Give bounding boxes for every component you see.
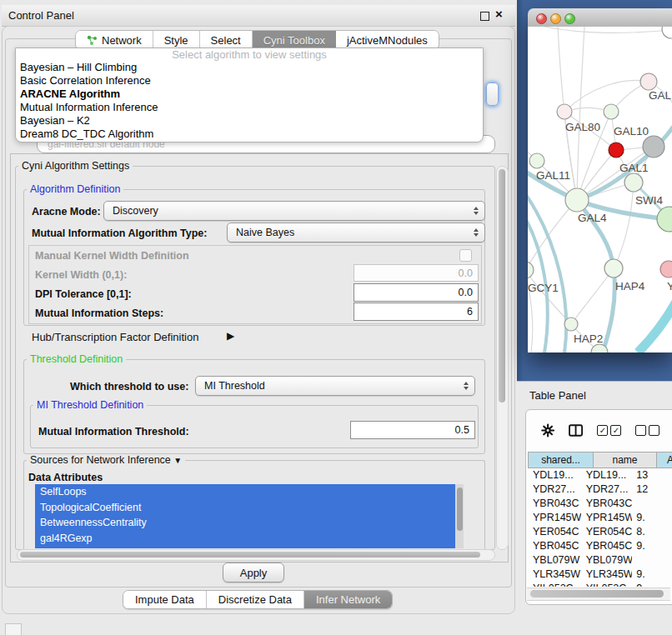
control-panel-title: Control Panel — [8, 9, 74, 22]
close-icon[interactable]: × — [495, 7, 503, 21]
unchecked-checkboxes-icon[interactable] — [635, 425, 659, 436]
network-node-node-top-partial[interactable] — [662, 27, 672, 38]
algorithm-option[interactable]: Mutual Information Inference — [16, 101, 483, 114]
bottom-tab-impute-data[interactable]: Impute Data — [123, 591, 207, 608]
sources-group-title: Sources for Network Inference ▼ — [27, 454, 185, 466]
network-node-hap4[interactable] — [604, 259, 623, 278]
network-node-big-green[interactable] — [657, 207, 672, 232]
aracne-mode-combo[interactable]: Discovery — [103, 201, 485, 221]
table-row[interactable]: YBL079WYBL079W — [528, 554, 672, 568]
dpi-tolerance-value: 0.0 — [459, 287, 473, 298]
mi-type-combo[interactable]: Naive Bayes — [227, 222, 485, 242]
network-node-gal-partial[interactable] — [640, 73, 657, 90]
table-row[interactable]: YDR27...YDR27...12 — [528, 483, 672, 498]
hub-expand-icon[interactable]: ▶ — [227, 330, 234, 342]
network-node-gal11[interactable] — [529, 153, 544, 168]
attribute-item[interactable]: SelfLoops — [35, 484, 464, 500]
table-row[interactable]: YBR045CYBR045C9. — [528, 540, 672, 554]
float-icon[interactable] — [480, 12, 489, 21]
node-label-hap4: HAP4 — [615, 280, 645, 292]
table-row[interactable]: YIL052CYIL052C9 — [528, 582, 672, 587]
combo-arrows-icon — [474, 228, 479, 237]
network-edge — [638, 302, 672, 352]
network-node-gcy1[interactable] — [528, 262, 534, 278]
table-hscrollbar — [527, 588, 670, 601]
mi-steps-field[interactable]: 6 — [354, 302, 479, 321]
algorithm-option[interactable]: Basic Correlation Inference — [16, 74, 483, 88]
network-node-gal10[interactable] — [604, 104, 619, 119]
column-header-label: A — [657, 454, 672, 466]
settings-vscrollbar-thumb[interactable] — [499, 169, 505, 402]
table-row[interactable]: YLR345WYLR345W9. — [528, 568, 672, 582]
node-label-gal10: GAL10 — [614, 125, 649, 138]
tab-cyni-toolbox[interactable]: Cyni Toolbox — [253, 31, 336, 49]
attribute-item[interactable]: TopologicalCoefficient — [35, 500, 464, 516]
network-node-hap2[interactable] — [564, 318, 578, 331]
which-threshold-combo[interactable]: MI Threshold — [195, 376, 475, 396]
traffic-light-minimize[interactable] — [550, 13, 561, 24]
table-row[interactable]: YER054CYER054C8. — [528, 526, 672, 540]
algorithm-option[interactable]: Dream8 DC_TDC Algorithm — [16, 128, 483, 141]
table-cell: 13 — [632, 469, 672, 483]
table-cell: YPR145W — [528, 512, 581, 526]
bottom-tab-discretize-data[interactable]: Discretize Data — [207, 591, 304, 608]
table-inner-panel: ✓✓ shared...nameA YDL19...YDL19...13YDR2… — [525, 409, 672, 605]
algorithm-dropdown-prompt: Select algorithm to view settings — [16, 48, 483, 61]
apply-button-label: Apply — [240, 567, 268, 579]
attribute-item[interactable]: gal4RGexp — [35, 531, 464, 547]
collapsed-panel-stub[interactable] — [5, 623, 22, 635]
table-row[interactable]: YBR043CYBR043C — [528, 498, 672, 512]
column-header-A[interactable]: A — [657, 452, 672, 468]
algorithm-option[interactable]: Bayesian – Hill Climbing — [16, 61, 483, 74]
tab-style[interactable]: Style — [153, 31, 200, 49]
node-label-gal: GAL — [649, 89, 672, 102]
network-window: GALGAL80GAL10GAL11GAL1SWI4GAL4GCY1HAP4YH… — [528, 8, 672, 352]
network-window-titlebar[interactable] — [528, 8, 672, 28]
table-row[interactable]: YPR145WYPR145W9. — [528, 512, 672, 526]
network-node-gal1[interactable] — [624, 173, 643, 192]
mi-threshold-field[interactable]: 0.5 — [350, 421, 475, 439]
network-node-gray-node[interactable] — [643, 136, 664, 158]
table-row[interactable]: YDL19...YDL19...13 — [528, 469, 672, 483]
dpi-tolerance-field[interactable]: 0.0 — [354, 283, 479, 302]
mi-threshold-label: Mutual Information Threshold: — [38, 426, 189, 438]
kernel-width-field[interactable]: 0.0 — [354, 264, 479, 282]
table-cell: YER054C — [528, 526, 581, 540]
traffic-light-close[interactable] — [536, 13, 547, 24]
apply-button[interactable]: Apply — [223, 562, 284, 582]
hub-definition-label[interactable]: Hub/Transcription Factor Definition — [32, 331, 198, 343]
aracne-mode-label: Aracne Mode: — [32, 206, 101, 218]
attribute-item[interactable]: BetweennessCentrality — [35, 515, 464, 531]
algorithm-option[interactable]: ARACNE Algorithm — [16, 88, 483, 101]
network-edge — [614, 182, 634, 268]
column-header-label: name — [612, 454, 637, 466]
inference-combo-fragment[interactable] — [486, 82, 499, 106]
traffic-light-zoom[interactable] — [564, 13, 575, 24]
tab-network[interactable]: Network — [76, 31, 153, 49]
manual-kernel-checkbox[interactable] — [459, 249, 472, 262]
attributes-scrollbar-thumb[interactable] — [457, 488, 463, 531]
combo-arrows-icon — [474, 207, 479, 215]
network-icon — [87, 35, 98, 46]
table-cell — [632, 554, 672, 568]
settings-hscrollbar-thumb[interactable] — [20, 552, 480, 558]
algorithm-option[interactable]: Bayesian – K2 — [16, 114, 483, 128]
bottom-tab-infer-network[interactable]: Infer Network — [304, 591, 392, 608]
column-header-shared...[interactable]: shared... — [528, 452, 594, 468]
sources-collapse-icon[interactable]: ▼ — [173, 456, 182, 465]
column-header-name[interactable]: name — [594, 452, 657, 468]
aracne-mode-value: Discovery — [113, 205, 158, 217]
tab-jactivemnodules[interactable]: jActiveMNodules — [336, 31, 439, 49]
network-canvas[interactable]: GALGAL80GAL10GAL11GAL1SWI4GAL4GCY1HAP4YH… — [528, 27, 672, 352]
split-columns-icon[interactable] — [569, 423, 583, 438]
gear-icon[interactable] — [541, 422, 554, 438]
checked-checkboxes-icon[interactable]: ✓✓ — [597, 425, 621, 436]
table-cell: YBL079W — [581, 554, 633, 568]
network-node-red-node[interactable] — [609, 142, 624, 158]
network-node-gal4[interactable] — [565, 188, 589, 212]
network-node-pink-right[interactable] — [660, 261, 672, 278]
table-cell: 8. — [632, 526, 672, 540]
network-node-gal80[interactable] — [557, 104, 572, 119]
table-hscrollbar-thumb[interactable] — [530, 590, 664, 598]
tab-select[interactable]: Select — [200, 31, 253, 49]
